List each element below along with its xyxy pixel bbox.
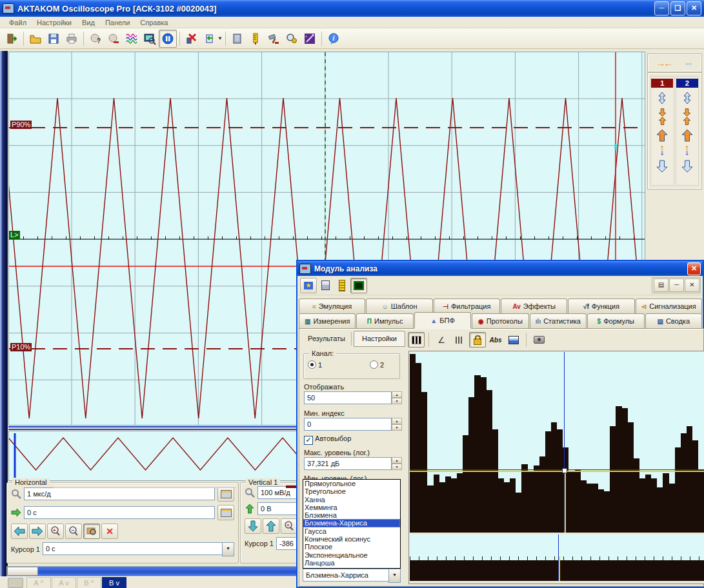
favorites-icon[interactable]: ★ [300,278,317,293]
help-info-icon[interactable]: i [325,30,343,48]
tab-Измерения[interactable]: ▥Измерения [299,313,356,328]
spin-down-button[interactable]: ▼ [392,464,402,470]
move-down-icon[interactable] [681,160,694,173]
spin-up-button[interactable]: ▲ [392,457,402,464]
channel-1-radio[interactable]: 1 [308,360,322,369]
tab-Шаблон[interactable]: ☺Шаблон [366,299,432,313]
tab-Эмуляция[interactable]: ≈Эмуляция [299,299,365,313]
p90-marker-label[interactable]: P90% [10,121,32,129]
menu-item[interactable]: Файл [4,18,32,27]
move-up-icon[interactable] [656,129,669,142]
window-function-item[interactable]: Плоское [303,543,400,551]
window-function-item[interactable]: Экспоненциальное [303,551,400,559]
histogram-mode-icon[interactable] [408,332,425,348]
profile-edit-icon[interactable] [105,30,123,48]
menu-item[interactable]: Панели [100,18,135,27]
window-function-item[interactable]: Ланцоша [303,559,400,567]
expand-horizontal-button[interactable]: ⇔ [684,57,694,68]
minimize-button[interactable]: ─ [654,1,669,15]
dialog-print-button[interactable]: ▤ [654,279,669,292]
move-trace-up-button[interactable] [263,518,279,534]
tab-Функция[interactable]: √fФункция [568,299,634,313]
open-file-icon[interactable] [26,30,45,48]
channel-2-badge[interactable]: 2 [676,79,698,88]
move-trace-down-button[interactable] [245,518,261,534]
close-button[interactable]: ✕ [687,1,701,15]
tab-Сигнализация[interactable]: ⊲Сигнализация [636,299,702,313]
move-down-icon[interactable] [656,160,669,173]
channel-2-radio[interactable]: 2 [370,360,384,369]
move-up-icon[interactable] [681,129,694,142]
print-icon[interactable] [63,30,81,48]
window-function-item[interactable]: Хемминга [303,504,400,511]
cursor-mode-icon[interactable] [8,578,23,588]
tab-Статистика[interactable]: ılıСтатистика [530,313,587,328]
zoom-in-vertical-button[interactable]: + [281,518,297,534]
cursor1-combo[interactable]: 0 с ▼ [43,542,234,556]
channel-1-badge[interactable]: 1 [651,79,673,88]
snapshot-icon[interactable] [530,332,547,348]
display-zoom-icon[interactable] [141,30,159,48]
bars-mode-icon[interactable] [451,332,468,348]
spin-up-button[interactable]: ▲ [392,418,402,424]
lock-scale-icon[interactable] [469,332,486,348]
menu-item[interactable]: Справка [135,18,173,27]
spin-up-button[interactable]: ▲ [392,391,402,398]
window-function-item[interactable]: Блэкмена [303,511,400,519]
search-settings-icon[interactable] [283,30,301,48]
window-function-item[interactable]: Гаусса [303,527,400,535]
timebase-field[interactable]: 1 мкс/д [24,487,215,500]
tools-icon[interactable] [265,30,283,48]
compress-vertical-icon[interactable] [683,108,691,125]
maximize-button[interactable]: ❑ [670,1,685,15]
window-function-item[interactable]: Конический косинус [303,535,400,543]
caliper-icon[interactable] [334,278,350,293]
delete-marker-icon[interactable] [183,30,201,48]
stretch-vertical-icon[interactable] [656,92,669,104]
spin-down-button[interactable]: ▼ [392,398,402,404]
dropdown-caret-icon[interactable]: ▼ [217,35,223,41]
scroll-left-button[interactable] [11,524,28,539]
scroll-right-button[interactable] [29,524,46,539]
menu-item[interactable]: Настройки [32,18,77,27]
grid-display-icon[interactable] [350,278,367,293]
compress-vertical-icon[interactable] [658,108,667,125]
trigger-level-label[interactable]: L> [9,231,20,239]
tab-Эффекты[interactable]: AvЭффекты [501,299,567,313]
abs-mode-button[interactable]: Abs [487,332,504,348]
tab-Сводка[interactable]: ▤Сводка [645,313,702,328]
tab-settings[interactable]: Настройки [354,331,405,347]
window-function-item[interactable]: Ханна [303,496,400,504]
marker-toggle[interactable]: B v [102,577,126,588]
zoom-out-horizontal-button[interactable]: − [65,524,82,539]
window-combo-dropdown-button[interactable]: ▼ [388,569,401,583]
window-function-item[interactable]: Треугольное [303,487,400,495]
save-icon[interactable] [45,30,63,48]
window-function-item[interactable]: Прямоугольное [303,480,400,487]
notes-icon[interactable] [317,278,334,293]
dialog-close-button[interactable]: ✕ [687,262,701,275]
tab-Формулы[interactable]: $Формулы [587,313,644,328]
fft-spectrum-pane[interactable] [408,351,704,584]
undo-marker-icon[interactable] [201,30,219,48]
zoom-window-button[interactable] [83,524,100,539]
offset-keypad-button[interactable] [217,505,234,520]
table-view-icon[interactable] [505,332,522,348]
phase-mode-icon[interactable]: ∠ [433,332,450,348]
time-offset-field[interactable]: 0 с [24,506,215,519]
marker-toggle[interactable]: A v [52,577,76,588]
dialog-minimize-button[interactable]: ─ [669,279,684,292]
waveforms-icon[interactable] [123,30,141,48]
clear-zoom-button[interactable]: ✕ [101,524,118,539]
tab-Импульс[interactable]: ΠИмпульс [356,313,413,328]
stretch-vertical-icon[interactable] [681,92,694,104]
panel-info-icon[interactable] [228,30,246,48]
tab-results[interactable]: Результаты [302,332,352,346]
display-count-value[interactable]: 50 [304,391,392,404]
tab-Фильтрация[interactable]: ⊣Фильтрация [434,299,500,313]
exit-icon[interactable] [3,30,21,48]
fft-bars-area[interactable] [410,352,704,533]
spin-down-button[interactable]: ▼ [392,424,402,431]
autoselect-checkbox[interactable]: ✓ Автовыбор [304,435,351,445]
magic-wand-icon[interactable]: ✦+ [301,30,319,48]
